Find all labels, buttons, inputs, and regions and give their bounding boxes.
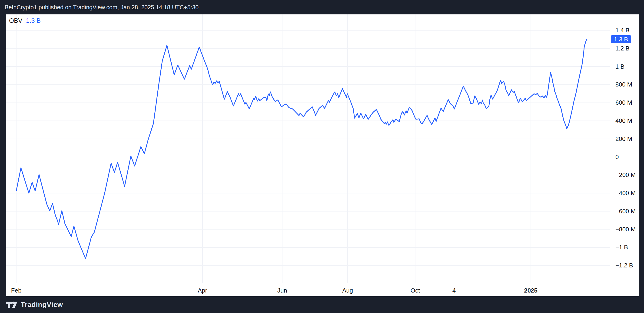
snapshot-header: BeInCrypto1 published on TradingView.com… xyxy=(0,0,644,14)
x-axis-label: 4 xyxy=(452,286,456,294)
indicator-value: 1.3 B xyxy=(26,17,41,25)
y-axis-label: 0 xyxy=(616,153,619,161)
indicator-legend[interactable]: OBV 1.3 B xyxy=(9,17,41,25)
y-axis-label: −600 M xyxy=(616,208,636,215)
y-axis-label: −200 M xyxy=(616,171,636,179)
x-axis-label: 2025 xyxy=(524,286,538,294)
y-axis-label: −1 B xyxy=(616,244,628,251)
snapshot-footer: TradingView xyxy=(0,296,644,313)
indicator-name: OBV xyxy=(9,17,22,25)
snapshot-attribution-text: BeInCrypto1 published on TradingView.com… xyxy=(5,4,198,10)
x-axis-label: Jun xyxy=(277,286,287,294)
x-axis-label: Oct xyxy=(410,286,420,294)
y-axis-label: −1.2 B xyxy=(616,262,633,269)
x-axis-label: Feb xyxy=(11,286,22,294)
y-axis-label: 1 B xyxy=(616,63,624,70)
chart-canvas[interactable] xyxy=(6,14,639,296)
last-value-badge: 1.3 B xyxy=(611,35,631,43)
chart-panel: OBV 1.3 B 1.4 B1.2 B1 B800 M600 M400 M20… xyxy=(6,14,639,296)
x-axis-label: Aug xyxy=(342,286,353,294)
y-axis-label: 400 M xyxy=(616,117,632,125)
y-axis-label: 200 M xyxy=(616,135,632,143)
y-axis-label: 1.2 B xyxy=(616,45,630,52)
y-axis-label: −400 M xyxy=(616,189,636,197)
tradingview-brand-text[interactable]: TradingView xyxy=(21,301,63,308)
y-axis-label: 1.4 B xyxy=(616,26,630,34)
x-axis-label: Apr xyxy=(198,286,207,294)
obv-line xyxy=(16,39,586,258)
y-axis-label: −800 M xyxy=(616,226,636,233)
y-axis-label: 600 M xyxy=(616,99,632,106)
y-axis-label: 800 M xyxy=(616,81,632,88)
tradingview-snapshot: BeInCrypto1 published on TradingView.com… xyxy=(0,0,644,313)
tradingview-logo-icon[interactable] xyxy=(6,301,18,308)
